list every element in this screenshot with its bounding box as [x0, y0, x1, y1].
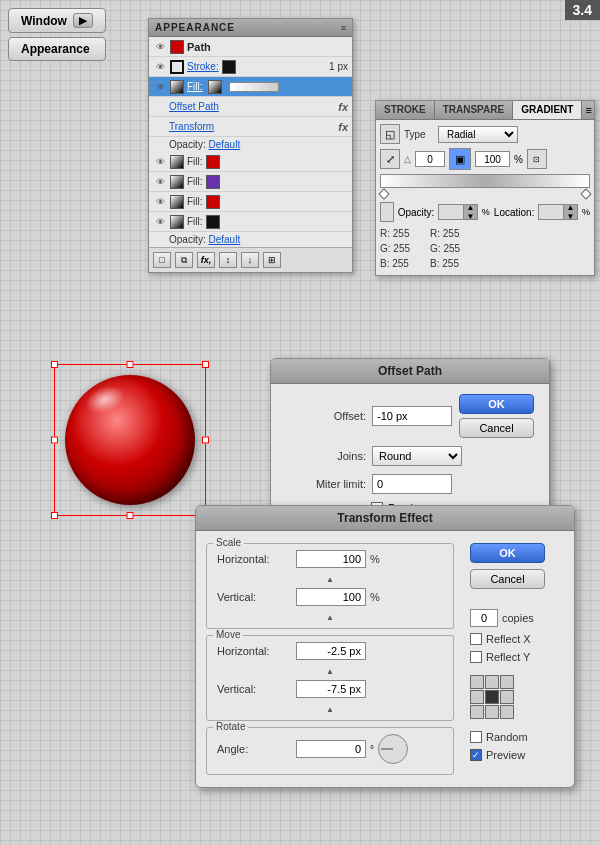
fx-effects-button[interactable]: fx, — [197, 252, 215, 268]
stroke-label[interactable]: Stroke: — [187, 61, 219, 72]
appearance-button[interactable]: Appearance — [8, 37, 106, 61]
fill-red2-eye[interactable]: 👁 — [153, 195, 167, 209]
appearance-panel-title: APPEARANCE — [155, 22, 235, 33]
copies-input[interactable] — [470, 609, 498, 627]
offset-ok-button[interactable]: OK — [459, 394, 534, 414]
tg-tr[interactable] — [500, 675, 514, 689]
origin-grid[interactable] — [470, 675, 568, 719]
path-eye-icon[interactable]: 👁 — [153, 40, 167, 54]
handle-bm[interactable] — [127, 512, 134, 519]
move-horizontal-row: Horizontal: — [217, 642, 443, 660]
duplicate-button[interactable]: ⧉ — [175, 252, 193, 268]
offset-cancel-button[interactable]: Cancel — [459, 418, 534, 438]
tg-mc[interactable] — [485, 690, 499, 704]
scale-h-unit: % — [370, 553, 380, 565]
copies-row: copies — [470, 609, 568, 627]
gradient-stop-left[interactable] — [378, 188, 389, 199]
offset-path-label[interactable]: Offset Path — [169, 101, 219, 112]
gradient-tab[interactable]: GRADIENT — [513, 101, 582, 119]
gradient-bar[interactable] — [380, 174, 590, 188]
tg-ml[interactable] — [470, 690, 484, 704]
opacity-percent: % — [482, 207, 490, 217]
tg-br[interactable] — [500, 705, 514, 719]
scale-h-input[interactable] — [296, 550, 366, 568]
joins-select[interactable]: Round Miter Bevel — [372, 446, 462, 466]
opacity-slider[interactable]: ▲▼ — [438, 204, 478, 220]
random-checkbox[interactable] — [470, 731, 482, 743]
fill-red2-label: Fill: — [187, 196, 203, 207]
transform-preview-checkbox[interactable] — [470, 749, 482, 761]
fill-black-eye[interactable]: 👁 — [153, 215, 167, 229]
appearance-menu-button[interactable]: ≡ — [341, 23, 346, 33]
tg-tl[interactable] — [470, 675, 484, 689]
fill-red-type — [170, 155, 184, 169]
handle-bl[interactable] — [51, 512, 58, 519]
stroke-tab[interactable]: STROKE — [376, 101, 435, 119]
move-v-input[interactable] — [296, 680, 366, 698]
reorder-button[interactable]: ↕ — [219, 252, 237, 268]
fill-slider[interactable] — [229, 82, 279, 92]
move-h-input[interactable] — [296, 642, 366, 660]
handle-tm[interactable] — [127, 361, 134, 368]
panel-opacity-value[interactable]: Default — [208, 234, 240, 245]
stroke-eye-icon[interactable]: 👁 — [153, 60, 167, 74]
scale-vertical-row: Vertical: % — [217, 588, 443, 606]
reflect-x-checkbox[interactable] — [470, 633, 482, 645]
scale-v-input[interactable] — [296, 588, 366, 606]
transform-fx-button[interactable]: fx — [338, 121, 348, 133]
handle-ml[interactable] — [51, 437, 58, 444]
fill-purple-eye[interactable]: 👁 — [153, 175, 167, 189]
window-button[interactable]: Window ▶ — [8, 8, 106, 33]
fill-red2-type — [170, 195, 184, 209]
handle-mr[interactable] — [202, 437, 209, 444]
transform-ok-button[interactable]: OK — [470, 543, 545, 563]
fill-gradient-row[interactable]: 👁 Fill: — [149, 77, 352, 97]
gradient-aspect-btn[interactable]: ⊡ — [527, 149, 547, 169]
angle-dial[interactable] — [378, 734, 408, 764]
location-slider[interactable]: ▲▼ — [538, 204, 578, 220]
transform-label[interactable]: Transform — [169, 121, 214, 132]
delete-button[interactable]: ⊞ — [263, 252, 281, 268]
offset-dialog-titlebar: Offset Path — [271, 359, 549, 384]
canvas-object[interactable] — [60, 370, 200, 510]
new-item-button[interactable]: □ — [153, 252, 171, 268]
gradient-angle-symbol: △ — [404, 154, 411, 164]
tg-mr[interactable] — [500, 690, 514, 704]
opacity-stepper[interactable]: ▲▼ — [463, 205, 477, 219]
move-vertical-row: Vertical: — [217, 680, 443, 698]
transform-cancel-button[interactable]: Cancel — [470, 569, 545, 589]
gradient-center-btn[interactable]: ▣ — [449, 148, 471, 170]
gradient-angle-input[interactable] — [415, 151, 445, 167]
handle-tl[interactable] — [51, 361, 58, 368]
location-stepper[interactable]: ▲▼ — [563, 205, 577, 219]
opacity-label: Opacity: — [169, 139, 208, 150]
random-label: Random — [486, 731, 528, 743]
rotate-angle-input[interactable] — [296, 740, 366, 758]
gradient-type-select[interactable]: Radial Linear — [438, 126, 518, 143]
clear-button[interactable]: ↓ — [241, 252, 259, 268]
fill-eye-icon[interactable]: 👁 — [153, 80, 167, 94]
fill-label[interactable]: Fill: — [187, 81, 203, 92]
tg-bm[interactable] — [485, 705, 499, 719]
move-h-label: Horizontal: — [217, 645, 292, 657]
offset-input[interactable] — [372, 406, 452, 426]
fill-red-eye[interactable]: 👁 — [153, 155, 167, 169]
transform-preview-row: Preview — [470, 749, 568, 761]
joins-row: Joins: Round Miter Bevel — [286, 446, 534, 466]
opacity-value[interactable]: Default — [208, 139, 240, 150]
reflect-x-row: Reflect X — [470, 633, 568, 645]
gradient-percent-input[interactable] — [475, 151, 510, 167]
stroke-color — [222, 60, 236, 74]
transparency-tab[interactable]: TRANSPARE — [435, 101, 513, 119]
gradient-type-icon[interactable]: ◱ — [380, 124, 400, 144]
stroke-panel-menu[interactable]: ≡ — [582, 101, 594, 119]
reflect-y-checkbox[interactable] — [470, 651, 482, 663]
offset-fx-button[interactable]: fx — [338, 101, 348, 113]
handle-tr[interactable] — [202, 361, 209, 368]
miter-input[interactable] — [372, 474, 452, 494]
gradient-content: ◱ Type Radial Linear ⤢ △ ▣ % ⊡ — [376, 120, 594, 275]
tg-tm[interactable] — [485, 675, 499, 689]
offset-path-row: Offset Path fx — [149, 97, 352, 117]
gradient-stop-right[interactable] — [580, 188, 591, 199]
tg-bl[interactable] — [470, 705, 484, 719]
